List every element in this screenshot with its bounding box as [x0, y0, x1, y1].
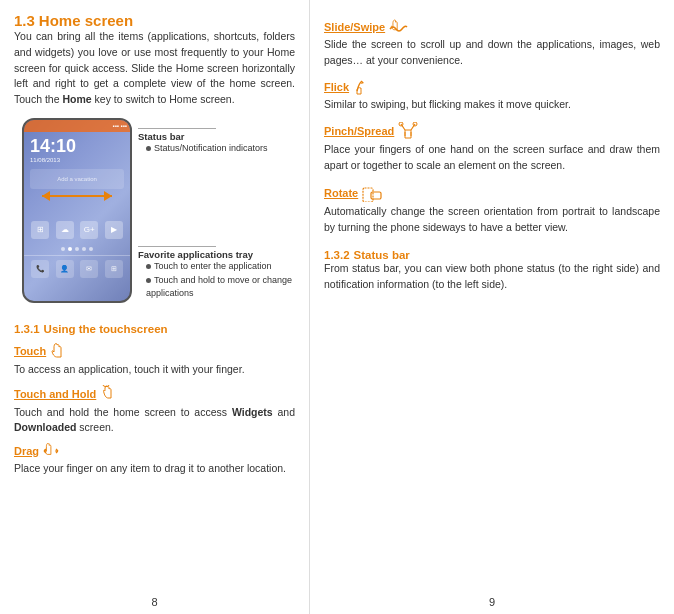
phone-bottom-row: 📞 👤 ✉ ⊞ [24, 255, 130, 282]
subsection-131-title: Using the touchscreen [44, 323, 168, 335]
phone-mockup: ▪▪▪ ▪▪▪ 14:10 11/08/2013 Add a vacation … [22, 118, 132, 303]
phone-dots [24, 247, 130, 251]
page-number-left: 8 [0, 596, 309, 608]
app-icon-4: ▶ [105, 221, 123, 239]
arrow-line [42, 195, 112, 197]
svg-point-3 [399, 122, 403, 126]
phone-time: 14:10 [24, 132, 130, 157]
term-flick-label: Flick [324, 79, 660, 95]
bottom-icon-2: 👤 [56, 260, 74, 278]
pinch-icon [397, 122, 419, 140]
subsection-132-num: 1.3.2 [324, 249, 350, 261]
fav-tray-bullet2: Touch and hold to move or change applica… [138, 274, 295, 301]
status-bar-callout: Status bar Status/Notification indicator… [138, 128, 268, 156]
phone-date: 11/08/2013 [24, 157, 130, 163]
status-icons: ▪▪▪ ▪▪▪ [113, 123, 127, 129]
app-icon-2: ☁ [56, 221, 74, 239]
dot-1 [61, 247, 65, 251]
dot-3 [75, 247, 79, 251]
dot-4 [82, 247, 86, 251]
phone-notification: Add a vacation [30, 169, 124, 189]
app-icon-3: G+ [80, 221, 98, 239]
bullet-dot-3 [146, 278, 151, 283]
term-drag-body: Place your finger on any item to drag it… [14, 461, 295, 477]
section-num: 1.3 [14, 12, 35, 29]
term-pinch-label: Pinch/Spread [324, 122, 660, 140]
term-touch-body: To access an application, touch it with … [14, 362, 295, 378]
swipe-icon [388, 19, 408, 35]
term-slideswipe-body: Slide the screen to scroll up and down t… [324, 37, 660, 69]
bottom-icon-1: 📞 [31, 260, 49, 278]
term-flick-body: Similar to swiping, but flicking makes i… [324, 97, 660, 113]
subsection-132-header: 1.3.2 Status bar [324, 249, 660, 261]
term-pinch-body: Place your fingers of one hand on the sc… [324, 142, 660, 174]
status-bar-body: From status bar, you can view both phone… [324, 261, 660, 293]
notification-text: Add a vacation [57, 176, 97, 182]
phone-status-bar: ▪▪▪ ▪▪▪ [24, 120, 130, 132]
section-13-header: 1.3 Home screen [14, 12, 295, 29]
drag-icon [42, 443, 60, 459]
page-number-right: 9 [310, 596, 674, 608]
term-rotate-body: Automatically change the screen orientat… [324, 204, 660, 236]
term-touch-label: Touch [14, 342, 295, 360]
status-bar-label: Status bar [138, 131, 268, 142]
term-slideswipe-label: Slide/Swipe [324, 19, 660, 35]
bottom-icon-3: ✉ [80, 260, 98, 278]
term-touchhold-body: Touch and hold the home screen to access… [14, 405, 295, 437]
dot-2 [68, 247, 72, 251]
bottom-icon-4: ⊞ [105, 260, 123, 278]
status-bar-bullet: Status/Notification indicators [138, 142, 268, 156]
subsection-131-header: 1.3.1 Using the touchscreen [14, 323, 295, 335]
touch-hold-icon [99, 385, 115, 403]
subsection-132-title: Status bar [354, 249, 410, 261]
rotate-icon [361, 184, 383, 202]
section-13-body: You can bring all the items (application… [14, 29, 295, 108]
bullet-dot-2 [146, 264, 151, 269]
phone-arrow [24, 195, 130, 197]
dot-5 [89, 247, 93, 251]
section-title: Home screen [39, 12, 133, 29]
fav-tray-bullet1: Touch to enter the application [138, 260, 295, 274]
term-drag-label: Drag [14, 443, 295, 459]
subsection-131-num: 1.3.1 [14, 323, 40, 335]
flick-icon [352, 79, 370, 95]
touch-icon [49, 342, 65, 360]
term-rotate-label: Rotate [324, 184, 660, 202]
app-icon-1: ⊞ [31, 221, 49, 239]
fav-tray-label: Favorite applications tray [138, 249, 295, 260]
fav-tray-callout: Favorite applications tray Touch to ente… [138, 246, 295, 301]
term-touchhold-label: Touch and Hold [14, 385, 295, 403]
bullet-dot [146, 146, 151, 151]
phone-apps-row: ⊞ ☁ G+ ▶ [24, 217, 130, 243]
